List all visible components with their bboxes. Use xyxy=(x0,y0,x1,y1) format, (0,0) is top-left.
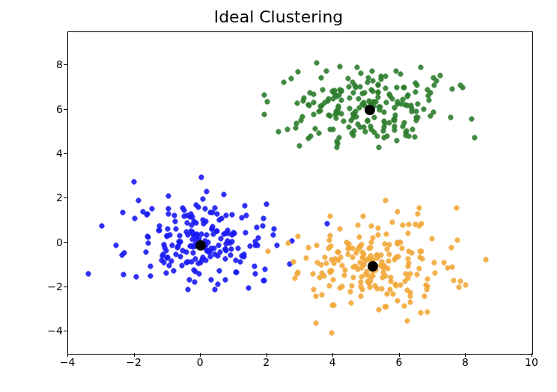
data-point xyxy=(207,276,215,284)
data-point xyxy=(356,233,363,241)
data-point xyxy=(261,111,268,118)
data-point xyxy=(323,221,331,228)
x-tick-label: 2 xyxy=(263,356,270,368)
data-point xyxy=(264,248,272,255)
data-point xyxy=(447,114,454,121)
data-point xyxy=(323,67,330,75)
data-point xyxy=(336,225,344,233)
data-point xyxy=(162,269,170,277)
data-point xyxy=(294,233,302,240)
data-point xyxy=(317,74,325,82)
y-tick-mark xyxy=(64,64,67,65)
data-point xyxy=(394,208,401,215)
data-point xyxy=(241,202,249,209)
x-tick-label: −2 xyxy=(126,356,141,368)
chart-figure: Ideal Clustering −4−20246810 −4−202468 xyxy=(0,0,557,392)
data-point xyxy=(398,245,406,252)
data-point xyxy=(264,98,271,105)
x-tick-label: −4 xyxy=(60,356,76,368)
data-point xyxy=(414,210,421,218)
data-point xyxy=(375,144,383,151)
data-point xyxy=(448,263,456,271)
x-tick-label: 6 xyxy=(395,356,402,368)
y-tick-mark xyxy=(64,197,67,198)
data-point xyxy=(405,221,413,228)
chart-title: Ideal Clustering xyxy=(0,7,557,26)
data-point xyxy=(85,270,92,278)
data-point xyxy=(368,67,376,75)
centroid-marker xyxy=(368,261,378,272)
data-point xyxy=(309,270,317,278)
data-point xyxy=(170,267,177,275)
data-point xyxy=(305,244,312,251)
data-point xyxy=(326,282,333,290)
y-tick-mark xyxy=(64,109,67,110)
data-point xyxy=(347,288,354,295)
x-tick-label: 8 xyxy=(462,356,469,368)
data-point xyxy=(417,64,424,71)
data-point xyxy=(263,200,270,208)
data-point xyxy=(165,210,172,218)
data-point xyxy=(98,222,106,230)
data-point xyxy=(341,272,348,279)
data-point xyxy=(471,134,478,141)
data-point xyxy=(411,133,418,141)
data-point xyxy=(310,286,317,293)
centroid-marker xyxy=(195,240,206,251)
data-point xyxy=(252,270,259,278)
data-point xyxy=(155,227,162,234)
data-point xyxy=(383,230,390,238)
data-point xyxy=(448,85,456,93)
data-point xyxy=(347,299,355,307)
data-point xyxy=(407,293,414,300)
y-tick-mark xyxy=(64,153,67,154)
data-point xyxy=(270,231,277,239)
data-point xyxy=(234,245,242,252)
data-point xyxy=(260,215,267,222)
y-tick-label: −2 xyxy=(33,281,63,293)
x-tick-mark xyxy=(465,353,466,357)
centroid-marker xyxy=(365,105,375,115)
data-point xyxy=(203,188,210,195)
data-point xyxy=(357,70,365,77)
data-point xyxy=(147,272,154,280)
data-point xyxy=(319,86,326,94)
y-tick-label: −4 xyxy=(33,325,63,337)
data-point xyxy=(228,211,236,218)
data-point xyxy=(184,286,192,293)
data-point xyxy=(430,259,438,266)
x-tick-label: 10 xyxy=(525,356,538,368)
data-point xyxy=(242,229,249,236)
data-point xyxy=(130,178,138,186)
data-point xyxy=(428,235,436,242)
y-tick-mark xyxy=(64,331,67,331)
data-point xyxy=(424,308,431,316)
data-point xyxy=(336,63,344,70)
data-point xyxy=(328,329,335,337)
y-tick-label: 8 xyxy=(33,58,63,70)
chart-axes xyxy=(67,31,533,355)
y-tick-label: 2 xyxy=(33,192,63,203)
data-point xyxy=(314,242,321,250)
data-point xyxy=(171,218,179,225)
x-tick-label: 4 xyxy=(329,356,336,368)
data-point xyxy=(374,224,382,232)
data-point xyxy=(371,114,378,121)
data-point xyxy=(409,126,416,133)
data-point xyxy=(261,91,268,99)
data-point xyxy=(237,259,244,266)
data-point xyxy=(413,271,421,278)
data-point xyxy=(284,126,291,133)
data-point xyxy=(131,215,139,222)
data-point xyxy=(261,266,269,273)
data-point xyxy=(112,242,120,249)
data-point xyxy=(296,142,303,150)
data-point xyxy=(198,174,205,182)
data-point xyxy=(393,137,401,144)
data-point xyxy=(414,100,421,108)
y-tick-label: 4 xyxy=(33,147,63,159)
data-point xyxy=(421,293,428,300)
data-point xyxy=(144,239,152,247)
data-point xyxy=(294,68,302,76)
data-point xyxy=(245,284,252,292)
